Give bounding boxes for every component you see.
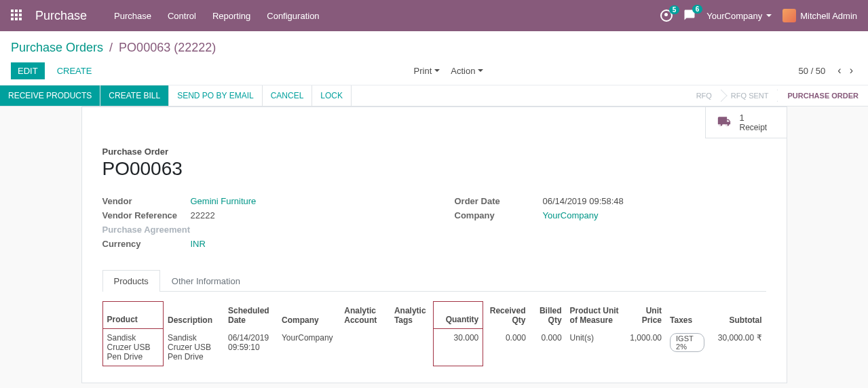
status-bar: RECEIVE PRODUCTS CREATE BILL SEND PO BY …	[0, 85, 868, 106]
th-billed-qty: Billed Qty	[530, 302, 566, 329]
td-company: YourCompany	[278, 329, 340, 366]
caret-down-icon	[766, 14, 772, 17]
po-number: PO00063	[102, 158, 766, 180]
td-description: Sandisk Cruzer USB Pen Drive	[164, 329, 225, 366]
td-analytic-account	[340, 329, 390, 366]
td-subtotal: 30,000.00 ₹	[709, 329, 766, 366]
avatar	[782, 9, 796, 22]
th-received-qty: Received Qty	[483, 302, 530, 329]
action-label: Action	[451, 66, 475, 76]
print-dropdown[interactable]: Print	[414, 66, 440, 76]
nav-menu-purchase[interactable]: Purchase	[114, 11, 151, 21]
status-purchase-order[interactable]: PURCHASE ORDER	[778, 86, 868, 105]
receipt-label: Receipt	[740, 123, 768, 132]
edit-button[interactable]: EDIT	[11, 62, 45, 79]
td-uom: Unit(s)	[566, 329, 623, 366]
title-label: Purchase Order	[102, 147, 766, 157]
td-received-qty: 0.000	[483, 329, 530, 366]
company-label: Company	[455, 210, 543, 220]
app-brand: Purchase	[35, 9, 87, 23]
nav-menu: Purchase Control Reporting Configuration	[114, 11, 660, 21]
company-name: YourCompany	[706, 11, 762, 21]
control-panel: Purchase Orders / PO00063 (22222) EDIT C…	[0, 31, 868, 85]
breadcrumb-parent[interactable]: Purchase Orders	[11, 41, 103, 54]
td-taxes: IGST 2%	[666, 329, 709, 366]
tab-products[interactable]: Products	[102, 270, 160, 292]
th-uom: Product Unit of Measure	[566, 302, 623, 329]
th-company: Company	[278, 302, 340, 329]
activity-icon[interactable]: 5	[660, 9, 673, 22]
tab-other-information[interactable]: Other Information	[160, 270, 252, 292]
truck-icon	[715, 115, 733, 130]
th-subtotal: Subtotal	[709, 302, 766, 329]
cancel-button[interactable]: CANCEL	[263, 85, 313, 106]
table-row[interactable]: Sandisk Cruzer USB Pen Drive Sandisk Cru…	[102, 329, 766, 366]
order-date-label: Order Date	[455, 196, 543, 206]
order-date-value: 06/14/2019 09:58:48	[543, 196, 624, 206]
receipt-stat-button[interactable]: 1 Receipt	[705, 107, 787, 138]
td-quantity: 30.000	[433, 329, 483, 366]
company-value[interactable]: YourCompany	[543, 210, 599, 220]
breadcrumb-separator: /	[109, 41, 113, 54]
status-rfq[interactable]: RFQ	[687, 86, 721, 105]
tabs: Products Other Information	[102, 269, 766, 292]
th-analytic-account: Analytic Account	[340, 302, 390, 329]
receipt-count: 1	[740, 113, 768, 123]
vendor-ref-label: Vendor Reference	[102, 210, 191, 220]
vendor-label: Vendor	[102, 196, 191, 206]
th-quantity: Quantity	[433, 302, 483, 329]
vendor-value[interactable]: Gemini Furniture	[191, 196, 257, 206]
action-dropdown[interactable]: Action	[451, 66, 483, 76]
company-selector[interactable]: YourCompany	[706, 11, 772, 21]
top-nav: Purchase Purchase Control Reporting Conf…	[0, 0, 868, 31]
form-sheet: 1 Receipt Purchase Order PO00063 Vendor …	[81, 106, 787, 383]
nav-menu-control[interactable]: Control	[168, 11, 196, 21]
nav-menu-configuration[interactable]: Configuration	[267, 11, 319, 21]
send-po-button[interactable]: SEND PO BY EMAIL	[169, 85, 262, 106]
td-product: Sandisk Cruzer USB Pen Drive	[102, 329, 164, 366]
activity-count: 5	[669, 5, 680, 14]
create-bill-button[interactable]: CREATE BILL	[100, 85, 169, 106]
th-analytic-tags: Analytic Tags	[390, 302, 433, 329]
nav-menu-reporting[interactable]: Reporting	[212, 11, 250, 21]
currency-label: Currency	[102, 239, 191, 249]
lock-button[interactable]: LOCK	[312, 85, 352, 106]
pager-prev-button[interactable]: ‹	[833, 62, 845, 79]
purchase-agreement-label: Purchase Agreement	[102, 225, 191, 235]
product-table: Product Description Scheduled Date Compa…	[102, 301, 766, 366]
messages-count: 6	[692, 5, 703, 14]
tax-tag: IGST 2%	[670, 333, 704, 352]
button-box: 1 Receipt	[82, 107, 787, 138]
th-unit-price: Unit Price	[623, 302, 666, 329]
caret-down-icon	[434, 69, 440, 72]
td-billed-qty: 0.000	[530, 329, 566, 366]
create-button[interactable]: CREATE	[50, 62, 99, 79]
receive-products-button[interactable]: RECEIVE PRODUCTS	[0, 85, 100, 106]
breadcrumb-current: PO00063 (22222)	[119, 41, 216, 54]
pager-next-button[interactable]: ›	[846, 62, 857, 79]
form-sheet-bg: 1 Receipt Purchase Order PO00063 Vendor …	[0, 106, 868, 388]
apps-icon[interactable]	[11, 9, 23, 22]
th-scheduled-date: Scheduled Date	[224, 302, 278, 329]
td-scheduled-date: 06/14/2019 09:59:10	[224, 329, 278, 366]
th-product: Product	[102, 302, 164, 329]
breadcrumb: Purchase Orders / PO00063 (22222)	[11, 37, 857, 62]
user-menu[interactable]: Mitchell Admin	[782, 9, 857, 22]
td-unit-price: 1,000.00	[623, 329, 666, 366]
currency-value[interactable]: INR	[191, 239, 206, 249]
th-description: Description	[164, 302, 225, 329]
td-analytic-tags	[390, 329, 433, 366]
print-label: Print	[414, 66, 432, 76]
user-name: Mitchell Admin	[800, 11, 857, 21]
caret-down-icon	[478, 69, 483, 72]
vendor-ref-value: 22222	[191, 210, 215, 220]
th-taxes: Taxes	[666, 302, 709, 329]
pager-text: 50 / 50	[799, 66, 826, 76]
nav-right: 5 6 YourCompany Mitchell Admin	[660, 9, 857, 23]
messages-icon[interactable]: 6	[683, 9, 696, 23]
status-rfq-sent[interactable]: RFQ SENT	[721, 86, 778, 105]
